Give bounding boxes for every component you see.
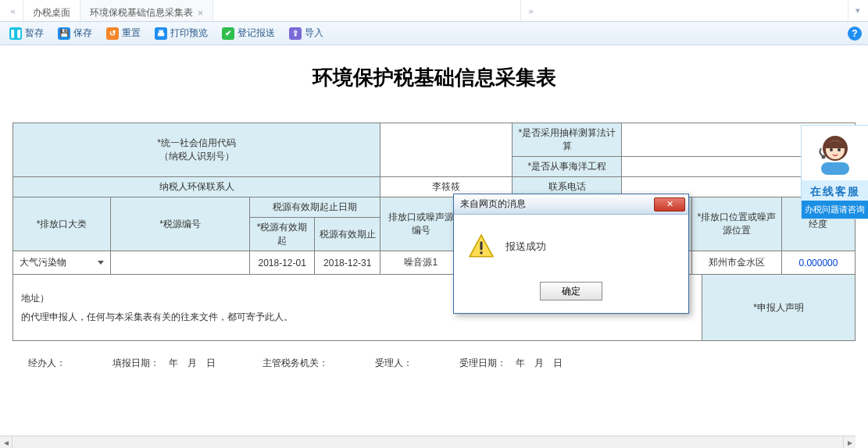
tabs-overflow[interactable]: ▾ [848,0,868,21]
apply-button[interactable]: ✔登记报送 [219,25,278,41]
save-button[interactable]: 💾保存 [55,25,95,41]
chevron-down-icon [98,261,104,265]
cell-valid-start[interactable]: 2018-12-01 [249,251,315,275]
cell-longitude[interactable]: 0.000000 [781,251,855,275]
reset-icon: ↺ [106,27,119,40]
col-emission-type: *排放口大类 [13,197,111,251]
tmpsave-button[interactable]: ❚❚暂存 [6,25,47,41]
toolbar: ❚❚暂存 💾保存 ↺重置 🖶打印预览 ✔登记报送 ⇪导入 ? [0,22,868,45]
cs-subtitle: 办税问题请咨询 [802,201,868,219]
cell-emission-type[interactable]: 大气污染物 [13,251,111,275]
notes-area: 地址） 的代理申报人，任何与本采集表有关的往来文件，都可寄予此人。 *申报人声明 [13,275,855,341]
col-valid-end: 税源有效期止 [315,218,380,251]
import-icon: ⇪ [289,27,302,40]
fill-date-label: 填报日期： 年 月 日 [113,357,216,370]
value-uscc[interactable] [380,123,513,177]
tab-label: 办税桌面 [33,6,70,20]
form-footer: 经办人： 填报日期： 年 月 日 主管税务机关： 受理人： 受理日期： 年 月 … [13,341,855,375]
tabs-scroll-right[interactable]: » [520,0,541,21]
help-button[interactable]: ? [848,27,862,41]
dialog-message: 报送成功 [505,240,546,254]
svg-point-5 [830,148,833,151]
cs-avatar-icon [802,126,868,180]
tab-label: 环境保税基础信息采集表 [90,6,193,20]
col-emission-port-no: 排放口或噪声源编号 [380,197,462,251]
scroll-left-icon[interactable]: ◂ [0,436,13,449]
svg-point-8 [821,155,825,159]
print-icon: 🖶 [155,27,167,40]
operator-label: 经办人： [28,357,66,370]
cs-title: 在线客服 [802,180,868,201]
page-title: 环境保护税基础信息采集表 [13,50,855,123]
cell-location[interactable]: 郑州市金水区 [692,251,782,275]
customer-service-widget[interactable]: 在线客服 办税问题请咨询 [801,125,868,219]
print-preview-button[interactable]: 🖶打印预览 [152,25,211,41]
svg-rect-7 [821,162,849,175]
label-uscc: *统一社会信用代码 （纳税人识别号） [13,123,380,177]
label-sampling: *是否采用抽样测算法计算 [513,123,622,157]
col-location: *排放口位置或噪声源位置 [692,197,782,251]
dialog-close-button[interactable]: ✕ [654,197,685,212]
tabs-scroll-left[interactable]: « [3,0,23,21]
tab-bar: « 办税桌面 环境保税基础信息采集表 × » ▾ [0,0,868,22]
table-row: 大气污染物 2018-12-01 2018-12-31 噪音源1 呀 中原区 林… [13,251,855,275]
dialog-titlebar[interactable]: 来自网页的消息 ✕ [454,194,688,215]
scroll-right-icon[interactable]: ▸ [843,436,855,449]
svg-rect-2 [480,251,483,254]
col-valid-start: *税源有效期起 [249,218,315,251]
form-scroll-area: 环境保护税基础信息采集表 *统一社会信用代码 （纳税人识别号） *是否采用抽样测… [0,45,868,448]
dialog-title: 来自网页的消息 [460,197,526,211]
label-ocean: *是否从事海洋工程 [513,157,622,177]
declare-label: *申报人声明 [702,275,855,340]
tab-desktop[interactable]: 办税桌面 [23,0,80,21]
col-valid-period: 税源有效期起止日期 [249,197,380,218]
dialog-ok-button[interactable]: 确定 [540,282,602,300]
svg-rect-1 [480,242,483,251]
save-icon: 💾 [58,27,70,40]
cell-emission-port-no[interactable]: 噪音源1 [380,251,462,275]
alert-dialog: 来自网页的消息 ✕ 报送成功 确定 [453,194,689,314]
import-button[interactable]: ⇪导入 [286,25,327,41]
reset-button[interactable]: ↺重置 [103,25,144,41]
label-contact: 纳税人环保联系人 [13,177,380,197]
accept-date-label: 受理日期： 年 月 日 [459,357,563,370]
tax-authority-label: 主管税务机关： [263,357,328,370]
info-form-table: *统一社会信用代码 （纳税人识别号） *是否采用抽样测算法计算 *是否从事海洋工… [13,123,855,275]
tab-env-tax-form[interactable]: 环境保税基础信息采集表 × [80,0,213,21]
apply-icon: ✔ [222,27,234,40]
col-tax-source-no: *税源编号 [111,197,250,251]
cell-tax-source-no[interactable] [111,251,250,275]
tab-close-icon[interactable]: × [198,8,203,19]
svg-point-6 [838,148,841,151]
cell-valid-end[interactable]: 2018-12-31 [315,251,380,275]
tmpsave-icon: ❚❚ [9,27,22,40]
acceptor-label: 受理人： [375,357,413,370]
warning-icon [468,233,495,260]
horizontal-scrollbar[interactable]: ◂ ▸ [0,436,855,448]
